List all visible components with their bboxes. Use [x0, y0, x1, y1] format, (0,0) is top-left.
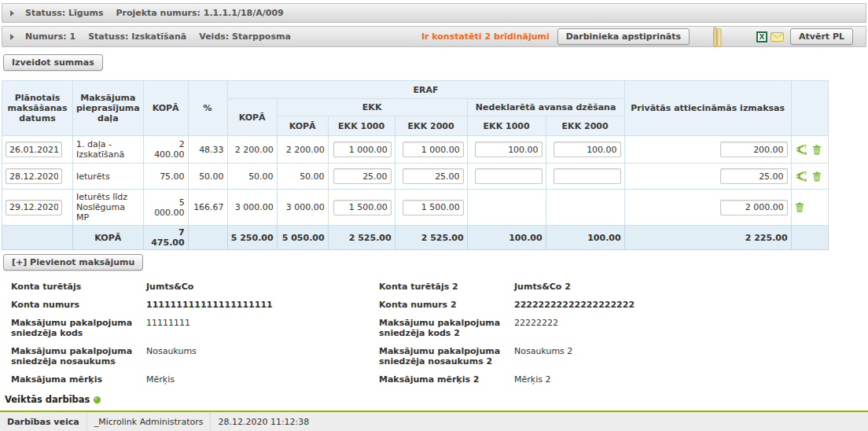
ned-ekk1000-empty-cell: [467, 190, 546, 226]
field-label: Maksājumu pakalpojuma sniedzēja nosaukum…: [11, 346, 146, 367]
payment-purpose2-value: Mērķis 2: [514, 374, 860, 385]
table-row: 1. daļa - Izskatīšanā 2 400.00 48.33 2 2…: [2, 136, 829, 164]
svg-text:T: T: [804, 144, 807, 149]
provider-code-value: 11111111: [146, 318, 379, 338]
ekk2000-input[interactable]: [403, 168, 464, 184]
payment-accordion-bar[interactable]: Numurs: 1 Statuss: Izskatīšanā Veids: St…: [2, 26, 866, 47]
field-label: Maksājumu pakalpojuma sniedzēja kods 2: [379, 318, 514, 338]
col-header-eraf-total: KOPĀ: [227, 99, 277, 136]
totals-eraf: 5 250.00: [227, 226, 277, 250]
table-row: Ieturēts līdz Noslēguma MP 5 000.00 166.…: [2, 190, 829, 226]
delete-icon[interactable]: [812, 145, 822, 155]
payment-status: Statuss: Izskatīšanā: [88, 31, 186, 42]
eraf-total-cell: 2 200.00: [227, 136, 277, 164]
totals-private: 2 225.00: [624, 226, 791, 250]
account-holder2-value: Jumts&Co 2: [514, 282, 860, 292]
provider-name-value: Nosaukums: [146, 346, 379, 367]
planned-date-input[interactable]: [6, 168, 62, 184]
account-details: Konta turētājs Jumts&Co Konta turētājs 2…: [11, 282, 860, 385]
totals-ekk2000: 2 525.00: [395, 226, 467, 250]
payment-part-cell: 1. daļa - Izskatīšanā: [73, 136, 144, 164]
payments-table: Plānotais maksāšanas datums Maksājuma pi…: [2, 80, 829, 250]
totals-row: KOPĀ 7 475.00 5 250.00 5 050.00 2 525.00…: [2, 226, 829, 250]
col-header-ned-ekk1000: EKK 1000: [467, 116, 546, 136]
ekk-total-cell: 3 000.00: [277, 190, 328, 226]
totals-ekk1000: 2 525.00: [328, 226, 395, 250]
field-label: Konta turētājs 2: [379, 282, 514, 292]
excel-icon[interactable]: X: [756, 31, 767, 42]
folder-divider-icon[interactable]: [713, 27, 722, 47]
actions-section-title: Veiktās darbības: [5, 394, 90, 405]
private-costs-input[interactable]: [720, 142, 788, 157]
payment-number: Numurs: 1: [25, 31, 75, 42]
col-header-percent: %: [188, 81, 227, 136]
ned-ekk1000-input[interactable]: [475, 168, 542, 184]
planned-date-input[interactable]: [6, 142, 62, 157]
totals-ned1000: 100.00: [467, 226, 546, 250]
account-number2-value: 22222222222222222222: [514, 300, 860, 310]
provider-code2-value: 22222222: [514, 318, 860, 338]
col-header-ned-ekk2000: EKK 2000: [546, 116, 624, 136]
table-row: Ieturēts 75.00 50.00 50.00 50.00 T N: [2, 164, 829, 190]
provider-name2-value: Nosaukums 2: [514, 346, 860, 367]
ekk-total-cell: 2 200.00: [277, 136, 328, 164]
warnings-text: Ir konstatēti 2 brīdinājumi: [421, 31, 550, 42]
payment-purpose-value: Mērķis: [146, 374, 379, 385]
log-timestamp: 28.12.2020 11:12:38: [211, 412, 316, 431]
field-label: Konta numurs: [11, 300, 146, 310]
ekk1000-input[interactable]: [333, 168, 392, 184]
ned-ekk2000-input[interactable]: [554, 142, 621, 157]
eraf-total-cell: 50.00: [227, 164, 277, 190]
payment-part-cell: Ieturēts: [73, 164, 144, 190]
ekk2000-input[interactable]: [403, 142, 464, 157]
col-header-ekk-total: KOPĀ: [277, 116, 328, 136]
chevron-right-icon[interactable]: [10, 34, 14, 40]
ekk2000-input[interactable]: [403, 200, 464, 216]
svg-text:T: T: [804, 171, 807, 175]
ned-ekk2000-empty-cell: [546, 190, 624, 226]
chevron-right-icon[interactable]: [10, 10, 14, 17]
group-header-undeclared-advance: Nedeklarētā avansa dzēšana: [467, 99, 624, 116]
private-costs-input[interactable]: [720, 200, 788, 216]
account-number-value: 111111111111111111111: [146, 300, 379, 310]
private-costs-input[interactable]: [720, 168, 788, 184]
ned-ekk2000-input[interactable]: [554, 168, 621, 184]
total-cell: 75.00: [143, 164, 188, 190]
delete-icon[interactable]: [795, 202, 804, 212]
employee-approved-button[interactable]: Darbinieka apstiprināts: [557, 28, 690, 45]
totals-ned2000: 100.00: [546, 226, 624, 250]
field-label: Konta numurs 2: [379, 300, 514, 310]
account-holder-value: Jumts&Co: [146, 282, 379, 292]
delete-icon[interactable]: [812, 171, 822, 182]
percent-cell: 50.00: [188, 164, 227, 190]
field-label: Konta turētājs: [11, 282, 146, 292]
ned-ekk1000-input[interactable]: [475, 142, 542, 157]
create-sums-button[interactable]: Izveidot summas: [3, 54, 103, 71]
ekk1000-input[interactable]: [333, 200, 392, 216]
add-payment-button[interactable]: [+] Pievienot maksājumu: [3, 254, 143, 271]
field-label: Maksājuma mērķis: [11, 374, 146, 385]
totals-ekk: 5 050.00: [277, 226, 328, 250]
project-number: Projekta numurs: 1.1.1.1/18/A/009: [116, 8, 284, 18]
field-label: Maksājumu pakalpojuma sniedzēja kods: [11, 318, 146, 338]
transfer-split-icon[interactable]: T N: [795, 171, 807, 182]
ekk1000-input[interactable]: [333, 142, 392, 157]
field-label: Maksājuma mērķis 2: [379, 374, 514, 385]
project-accordion-bar[interactable]: Statuss: Līgums Projekta numurs: 1.1.1.1…: [2, 3, 866, 23]
col-header-ekk2000: EKK 2000: [395, 116, 467, 136]
open-pl-button[interactable]: Atvērt PL: [790, 28, 853, 45]
total-cell: 5 000.00: [143, 190, 188, 226]
planned-date-input[interactable]: [6, 200, 62, 216]
add-circle-icon[interactable]: [94, 396, 101, 403]
svg-text:N: N: [804, 151, 807, 156]
eraf-total-cell: 3 000.00: [227, 190, 277, 226]
total-cell: 2 400.00: [143, 136, 188, 164]
col-header-payment-part: Maksājuma pieprasījuma daļa: [73, 81, 144, 136]
log-label: Darbības veica: [0, 412, 87, 431]
col-header-total: KOPĀ: [143, 81, 188, 136]
transfer-split-icon[interactable]: T N: [795, 144, 807, 155]
mail-icon[interactable]: [771, 32, 784, 42]
field-label: Maksājumu pakalpojuma sniedzēja nosaukum…: [379, 346, 514, 367]
percent-cell: 166.67: [188, 190, 227, 226]
action-log-row: Darbības veica _Microlink Administrators…: [0, 412, 868, 431]
